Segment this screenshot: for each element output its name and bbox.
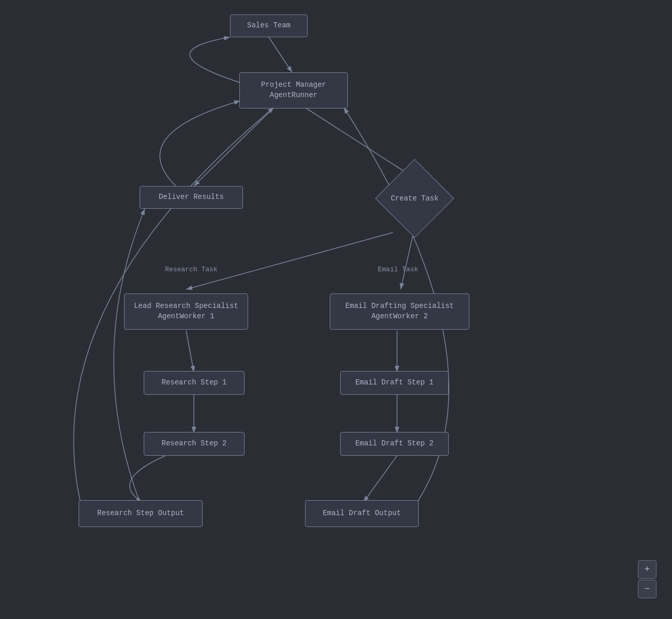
zoom-out-button[interactable]: − [638,580,656,598]
research-step1-label: Research Step 1 [161,378,226,388]
diagram-container: Sales Team Project Manager AgentRunner D… [0,0,672,619]
email-drafting-label: Email Drafting Specialist AgentWorker 2 [345,301,454,321]
zoom-controls: + − [638,560,656,598]
research-step2-label: Research Step 2 [161,439,226,449]
sales-team-label: Sales Team [247,21,291,31]
email-draft-step1-label: Email Draft Step 1 [355,378,433,388]
deliver-results-label: Deliver Results [159,192,224,203]
sales-team-node: Sales Team [230,14,308,37]
zoom-out-icon: − [645,584,650,594]
email-draft-step2-label: Email Draft Step 2 [355,439,433,449]
email-draft-step1-node: Email Draft Step 1 [340,371,449,395]
email-draft-output-node: Email Draft Output [305,500,419,527]
research-output-node: Research Step Output [79,500,203,527]
deliver-results-node: Deliver Results [140,186,243,209]
lead-research-node: Lead Research Specialist AgentWorker 1 [124,293,248,330]
email-drafting-node: Email Drafting Specialist AgentWorker 2 [330,293,469,330]
create-task-label: Create Task [391,194,438,203]
research-task-edge-text: Research Task [165,266,217,273]
email-draft-step2-node: Email Draft Step 2 [340,432,449,456]
research-output-label: Research Step Output [97,508,184,519]
lead-research-label: Lead Research Specialist AgentWorker 1 [134,301,238,321]
zoom-in-icon: + [645,564,650,575]
project-manager-node: Project Manager AgentRunner [239,72,348,109]
research-step1-node: Research Step 1 [144,371,245,395]
create-task-node: Create Task [375,159,454,238]
email-task-label: Email Task [362,266,434,273]
project-manager-label: Project Manager AgentRunner [261,80,326,100]
research-step2-node: Research Step 2 [144,432,245,456]
email-draft-output-label: Email Draft Output [323,508,401,519]
research-task-label: Research Task [150,266,233,273]
email-task-edge-text: Email Task [378,266,418,273]
zoom-in-button[interactable]: + [638,560,656,579]
